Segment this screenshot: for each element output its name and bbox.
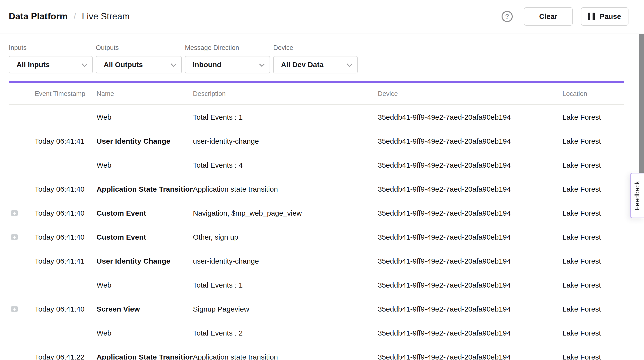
cell-location: Lake Forest xyxy=(562,137,624,145)
breadcrumb-separator: / xyxy=(74,11,76,21)
cell-location: Lake Forest xyxy=(562,161,624,169)
help-icon[interactable]: ? xyxy=(502,11,513,22)
table-row[interactable]: + Today 06:41:40 Custom Event Other, sig… xyxy=(9,225,624,249)
cell-name: Application State Transition xyxy=(96,353,193,360)
cell-name: User Identity Change xyxy=(96,137,193,145)
outputs-filter-select[interactable]: All Outputs xyxy=(96,56,182,73)
clear-button[interactable]: Clear xyxy=(524,7,573,26)
cell-description: Total Events : 1 xyxy=(193,281,378,289)
outputs-filter-label: Outputs xyxy=(96,44,182,52)
pause-button-label: Pause xyxy=(600,12,621,20)
cell-device: 35eddb41-9ff9-49e2-7aed-20afa90eb194 xyxy=(378,281,562,289)
cell-device: 35eddb41-9ff9-49e2-7aed-20afa90eb194 xyxy=(378,137,562,145)
top-bar-actions: ? Clear Pause xyxy=(502,7,628,26)
table-row[interactable]: + Web Total Events : 4 35eddb41-9ff9-49e… xyxy=(9,153,624,177)
cell-timestamp: Today 06:41:40 xyxy=(35,305,96,313)
cell-timestamp: Today 06:41:40 xyxy=(35,233,96,241)
message-direction-filter-select[interactable]: Inbound xyxy=(185,56,270,73)
message-direction-filter-group: Message Direction Inbound xyxy=(185,44,270,73)
cell-description: Application state transition xyxy=(193,353,378,360)
cell-location: Lake Forest xyxy=(562,233,624,241)
outputs-filter-value: All Outputs xyxy=(104,61,143,69)
table-row[interactable]: + Today 06:41:41 User Identity Change us… xyxy=(9,129,624,153)
cell-device: 35eddb41-9ff9-49e2-7aed-20afa90eb194 xyxy=(378,233,562,241)
row-expander[interactable]: + xyxy=(9,306,35,312)
column-location: Location xyxy=(562,90,624,98)
cell-description: Total Events : 2 xyxy=(193,329,378,337)
pause-button[interactable]: Pause xyxy=(581,7,628,26)
message-direction-filter-label: Message Direction xyxy=(185,44,270,52)
table-row[interactable]: + Today 06:41:40 Application State Trans… xyxy=(9,177,624,201)
cell-name: Web xyxy=(96,113,193,121)
cell-location: Lake Forest xyxy=(562,305,624,313)
inputs-filter-select[interactable]: All Inputs xyxy=(9,56,93,73)
device-filter-value: All Dev Data xyxy=(281,61,324,69)
device-filter-label: Device xyxy=(273,44,358,52)
scrollbar-thumb[interactable] xyxy=(639,34,644,182)
cell-description: Total Events : 4 xyxy=(193,161,378,169)
cell-description: user-identity-change xyxy=(193,257,378,265)
filter-bar: Inputs All Inputs Outputs All Outputs Me… xyxy=(9,44,644,73)
stream-progress-bar xyxy=(9,81,624,83)
event-table: Event Timestamp Name Description Device … xyxy=(9,83,624,360)
feedback-tab[interactable]: Feedback xyxy=(630,173,644,218)
outputs-filter-group: Outputs All Outputs xyxy=(96,44,182,73)
cell-name: Web xyxy=(96,281,193,289)
expand-plus-icon[interactable]: + xyxy=(11,234,18,240)
cell-timestamp: Today 06:41:41 xyxy=(35,137,96,145)
page-title: Live Stream xyxy=(82,11,130,21)
cell-description: Application state transition xyxy=(193,185,378,193)
expand-plus-icon[interactable]: + xyxy=(11,210,18,216)
cell-location: Lake Forest xyxy=(562,353,624,360)
cell-location: Lake Forest xyxy=(562,185,624,193)
cell-name: User Identity Change xyxy=(96,257,193,265)
cell-device: 35eddb41-9ff9-49e2-7aed-20afa90eb194 xyxy=(378,257,562,265)
cell-description: Other, sign up xyxy=(193,233,378,241)
chevron-down-icon xyxy=(82,61,87,67)
table-row[interactable]: + Today 06:41:40 Custom Event Navigation… xyxy=(9,201,624,225)
column-name: Name xyxy=(96,90,193,98)
column-description: Description xyxy=(193,90,378,98)
table-row[interactable]: + Web Total Events : 1 35eddb41-9ff9-49e… xyxy=(9,105,624,129)
device-filter-group: Device All Dev Data xyxy=(273,44,358,73)
cell-device: 35eddb41-9ff9-49e2-7aed-20afa90eb194 xyxy=(378,305,562,313)
device-filter-select[interactable]: All Dev Data xyxy=(273,56,358,73)
cell-timestamp: Today 06:41:40 xyxy=(35,185,96,193)
breadcrumb-section[interactable]: Data Platform xyxy=(9,11,68,21)
table-row[interactable]: + Web Total Events : 2 35eddb41-9ff9-49e… xyxy=(9,321,624,345)
table-row[interactable]: + Web Total Events : 1 35eddb41-9ff9-49e… xyxy=(9,273,624,297)
cell-location: Lake Forest xyxy=(562,257,624,265)
chevron-down-icon xyxy=(259,61,265,67)
cell-device: 35eddb41-9ff9-49e2-7aed-20afa90eb194 xyxy=(378,353,562,360)
cell-timestamp: Today 06:41:41 xyxy=(35,257,96,265)
cell-timestamp: Today 06:41:40 xyxy=(35,209,96,217)
cell-timestamp: Today 06:41:22 xyxy=(35,353,96,360)
table-row[interactable]: + Today 06:41:22 Application State Trans… xyxy=(9,345,624,360)
inputs-filter-label: Inputs xyxy=(9,44,93,52)
inputs-filter-group: Inputs All Inputs xyxy=(9,44,93,73)
cell-name: Screen View xyxy=(96,305,193,313)
table-header-row: Event Timestamp Name Description Device … xyxy=(9,83,624,105)
table-row[interactable]: + Today 06:41:41 User Identity Change us… xyxy=(9,249,624,273)
top-bar: Data Platform / Live Stream ? Clear Paus… xyxy=(0,0,644,33)
table-body: + Web Total Events : 1 35eddb41-9ff9-49e… xyxy=(9,105,624,360)
cell-name: Custom Event xyxy=(96,233,193,241)
cell-device: 35eddb41-9ff9-49e2-7aed-20afa90eb194 xyxy=(378,185,562,193)
column-event-timestamp: Event Timestamp xyxy=(35,90,96,98)
cell-description: Signup Pageview xyxy=(193,305,378,313)
feedback-tab-label: Feedback xyxy=(634,181,641,210)
cell-name: Web xyxy=(96,161,193,169)
cell-device: 35eddb41-9ff9-49e2-7aed-20afa90eb194 xyxy=(378,161,562,169)
cell-device: 35eddb41-9ff9-49e2-7aed-20afa90eb194 xyxy=(378,329,562,337)
breadcrumb: Data Platform / Live Stream xyxy=(9,11,130,21)
expand-plus-icon[interactable]: + xyxy=(11,306,18,312)
cell-name: Custom Event xyxy=(96,209,193,217)
row-expander[interactable]: + xyxy=(9,210,35,216)
column-device: Device xyxy=(378,90,562,98)
cell-location: Lake Forest xyxy=(562,329,624,337)
chevron-down-icon xyxy=(170,61,176,67)
cell-description: Total Events : 1 xyxy=(193,113,378,121)
row-expander[interactable]: + xyxy=(9,234,35,240)
table-row[interactable]: + Today 06:41:40 Screen View Signup Page… xyxy=(9,297,624,321)
pause-icon xyxy=(588,12,595,20)
